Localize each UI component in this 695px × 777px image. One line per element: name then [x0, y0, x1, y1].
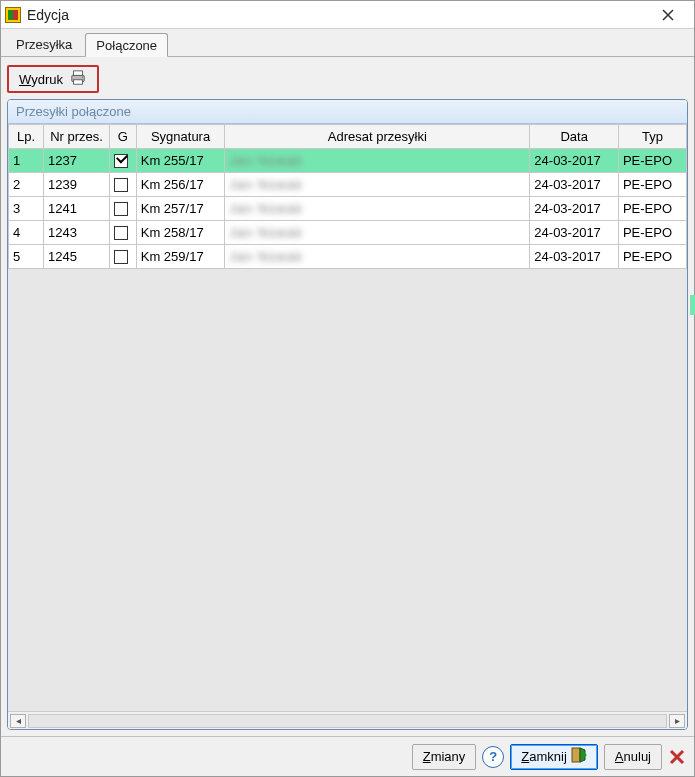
cell-sygnatura: Km 255/17 [136, 149, 225, 173]
edit-window: Edycja Przesyłka Połączone Wydruk [0, 0, 695, 777]
cell-nr: 1243 [44, 221, 110, 245]
grid-area: Lp. Nr przes. G Sygnatura Adresat przesy… [8, 124, 687, 729]
grid-empty-area [8, 269, 687, 711]
toolbar: Wydruk [1, 57, 694, 99]
tab-bar: Przesyłka Połączone [1, 29, 694, 57]
cell-sygnatura: Km 256/17 [136, 173, 225, 197]
window-close-button[interactable] [648, 3, 688, 27]
svg-rect-2 [74, 79, 83, 83]
adresat-value: Jan Nowak [229, 249, 302, 264]
cell-lp: 5 [9, 245, 44, 269]
cell-nr: 1237 [44, 149, 110, 173]
titlebar: Edycja [1, 1, 694, 29]
cell-nr: 1239 [44, 173, 110, 197]
tab-label: Przesyłka [16, 37, 72, 52]
cell-g [109, 173, 136, 197]
cell-sygnatura: Km 258/17 [136, 221, 225, 245]
panel-title: Przesyłki połączone [8, 100, 687, 124]
cell-typ: PE-EPO [618, 197, 686, 221]
cell-sygnatura: Km 259/17 [136, 245, 225, 269]
table-row[interactable]: 31241Km 257/17Jan Nowak24-03-2017PE-EPO [9, 197, 687, 221]
checkbox-g[interactable] [114, 250, 128, 264]
cell-lp: 3 [9, 197, 44, 221]
tab-label: Połączone [96, 38, 157, 53]
cell-typ: PE-EPO [618, 149, 686, 173]
cell-g [109, 221, 136, 245]
checkbox-g[interactable] [114, 178, 128, 192]
table-row[interactable]: 11237Km 255/17Jan Nowak24-03-2017PE-EPO [9, 149, 687, 173]
svg-point-3 [82, 76, 83, 77]
door-exit-icon [571, 747, 587, 766]
close-button[interactable]: Zamknij [510, 744, 598, 770]
cell-g [109, 245, 136, 269]
cell-adresat: Jan Nowak [225, 221, 530, 245]
svg-rect-4 [572, 748, 580, 762]
cell-lp: 4 [9, 221, 44, 245]
cancel-button[interactable]: Anuluj [604, 744, 662, 770]
col-header-g[interactable]: G [109, 125, 136, 149]
cell-adresat: Jan Nowak [225, 173, 530, 197]
scroll-left-button[interactable]: ◂ [10, 714, 26, 728]
adresat-value: Jan Nowak [229, 201, 302, 216]
help-button[interactable]: ? [482, 746, 504, 768]
col-header-data[interactable]: Data [530, 125, 619, 149]
window-title: Edycja [27, 7, 648, 23]
adresat-value: Jan Nowak [229, 225, 302, 240]
cell-nr: 1245 [44, 245, 110, 269]
cell-adresat: Jan Nowak [225, 197, 530, 221]
cell-data: 24-03-2017 [530, 197, 619, 221]
cell-nr: 1241 [44, 197, 110, 221]
cancel-x-icon [668, 748, 686, 766]
adresat-value: Jan Nowak [229, 153, 302, 168]
table-row[interactable]: 41243Km 258/17Jan Nowak24-03-2017PE-EPO [9, 221, 687, 245]
adresat-value: Jan Nowak [229, 177, 302, 192]
cell-adresat: Jan Nowak [225, 149, 530, 173]
cell-data: 24-03-2017 [530, 245, 619, 269]
cell-g [109, 197, 136, 221]
shipments-grid[interactable]: Lp. Nr przes. G Sygnatura Adresat przesy… [8, 124, 687, 269]
scroll-track[interactable] [28, 714, 667, 728]
print-button[interactable]: Wydruk [7, 65, 99, 93]
cell-data: 24-03-2017 [530, 149, 619, 173]
cell-g [109, 149, 136, 173]
app-icon [5, 7, 21, 23]
linked-shipments-panel: Przesyłki połączone Lp. Nr przes. G Sygn… [7, 99, 688, 730]
close-icon [662, 9, 674, 21]
col-header-typ[interactable]: Typ [618, 125, 686, 149]
cell-lp: 2 [9, 173, 44, 197]
scroll-right-button[interactable]: ▸ [669, 714, 685, 728]
col-header-nr[interactable]: Nr przes. [44, 125, 110, 149]
cell-typ: PE-EPO [618, 173, 686, 197]
grid-header-row: Lp. Nr przes. G Sygnatura Adresat przesy… [9, 125, 687, 149]
cell-data: 24-03-2017 [530, 173, 619, 197]
checkbox-g[interactable] [114, 154, 128, 168]
button-bar: Zmiany ? Zamknij Anuluj [1, 736, 694, 776]
cell-sygnatura: Km 257/17 [136, 197, 225, 221]
horizontal-scrollbar[interactable]: ◂ ▸ [8, 711, 687, 729]
table-row[interactable]: 51245Km 259/17Jan Nowak24-03-2017PE-EPO [9, 245, 687, 269]
cell-typ: PE-EPO [618, 221, 686, 245]
table-row[interactable]: 21239Km 256/17Jan Nowak24-03-2017PE-EPO [9, 173, 687, 197]
checkbox-g[interactable] [114, 202, 128, 216]
col-header-sygnatura[interactable]: Sygnatura [136, 125, 225, 149]
grid-body: 11237Km 255/17Jan Nowak24-03-2017PE-EPO2… [9, 149, 687, 269]
vscroll-marker-icon [690, 295, 695, 315]
cell-data: 24-03-2017 [530, 221, 619, 245]
tab-polaczone[interactable]: Połączone [85, 33, 168, 57]
col-header-lp[interactable]: Lp. [9, 125, 44, 149]
cell-lp: 1 [9, 149, 44, 173]
tab-przesylka[interactable]: Przesyłka [5, 32, 83, 56]
checkbox-g[interactable] [114, 226, 128, 240]
col-header-adresat[interactable]: Adresat przesyłki [225, 125, 530, 149]
changes-button[interactable]: Zmiany [412, 744, 477, 770]
printer-icon [69, 70, 87, 89]
cell-adresat: Jan Nowak [225, 245, 530, 269]
svg-rect-1 [74, 70, 83, 74]
cell-typ: PE-EPO [618, 245, 686, 269]
